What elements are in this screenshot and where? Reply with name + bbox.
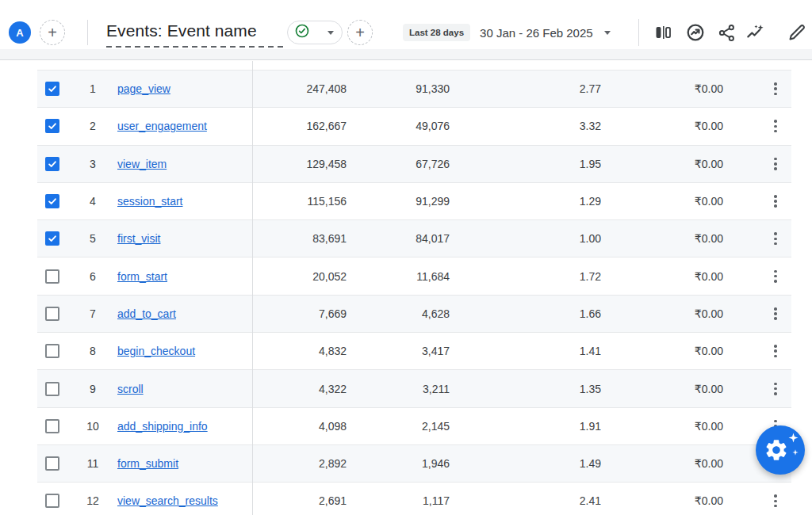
total-revenue-value: ₹0.00 [601,120,723,132]
total-revenue-value: ₹0.00 [601,383,723,395]
events-per-session-value: 1.66 [450,307,601,320]
total-revenue-value: ₹0.00 [601,307,723,320]
total-revenue-value: ₹0.00 [601,420,723,433]
row-checkbox[interactable] [45,269,59,284]
event-count-value: 4,322 [252,383,347,395]
row-menu-kebab-icon[interactable] [769,304,782,323]
event-name-link[interactable]: view_search_results [117,494,218,507]
event-name-link[interactable]: user_engagement [117,120,207,132]
row-index: 4 [77,195,109,208]
table-row: 4session_start115,15691,2991.29₹0.00 [37,182,791,219]
total-revenue-value: ₹0.00 [601,82,723,95]
gear-sparkle-icon [764,437,789,465]
top-app-bar: A + Events: Event name + Last 28 days 30… [0,0,812,49]
event-count-value: 2,892 [252,457,347,470]
add-filter-button[interactable]: + [347,20,373,45]
insights-fab-button[interactable] [756,425,805,475]
events-per-session-value: 2.77 [450,82,601,95]
total-users-value: 1,117 [347,494,450,507]
event-name-link[interactable]: form_start [117,270,167,283]
chevron-down-icon [327,31,334,35]
edit-icon[interactable] [787,22,807,43]
event-name-link[interactable]: add_shipping_info [117,420,208,433]
row-checkbox[interactable] [45,419,59,433]
events-per-session-value: 1.95 [450,158,601,170]
row-menu-kebab-icon[interactable] [769,380,782,399]
event-name-link[interactable]: add_to_cart [117,307,176,320]
report-status-dropdown[interactable] [287,21,343,44]
row-menu-kebab-icon[interactable] [769,192,782,211]
events-per-session-value: 1.91 [450,420,601,433]
event-name-link[interactable]: scroll [117,383,144,395]
row-menu-kebab-icon[interactable] [769,341,782,360]
row-checkbox[interactable] [45,157,59,171]
total-users-value: 84,017 [347,232,450,245]
row-checkbox[interactable] [45,119,59,133]
events-per-session-value: 3.32 [450,120,601,132]
row-menu-kebab-icon[interactable] [769,491,782,510]
event-name-link[interactable]: session_start [117,195,182,208]
frozen-column-divider [252,61,253,515]
events-per-session-value: 2.41 [450,494,601,507]
event-name-link[interactable]: form_submit [117,457,178,470]
event-name-link[interactable]: first_visit [117,232,160,245]
row-index: 11 [77,457,109,470]
add-comparison-button[interactable]: + [40,20,65,45]
table-row: 5first_visit83,69184,0171.00₹0.00 [37,219,791,257]
date-range-picker[interactable]: Last 28 days 30 Jan - 26 Feb 2025 [403,21,611,44]
row-checkbox[interactable] [45,456,59,471]
event-name-link[interactable]: begin_checkout [117,345,195,357]
row-menu-kebab-icon[interactable] [769,79,782,98]
row-checkbox[interactable] [45,82,59,96]
total-revenue-value: ₹0.00 [601,195,723,208]
events-per-session-value: 1.41 [450,345,601,357]
event-count-value: 4,832 [252,345,347,357]
table-body: 1page_view247,40891,3302.77₹0.002user_en… [37,70,791,515]
event-count-value: 129,458 [252,158,347,170]
row-menu-kebab-icon[interactable] [769,116,782,135]
row-checkbox[interactable] [45,494,59,508]
total-users-value: 3,211 [347,383,450,395]
event-count-value: 20,052 [252,270,347,283]
row-checkbox[interactable] [45,307,59,321]
events-per-session-value: 1.49 [450,457,601,470]
row-index: 12 [77,494,109,507]
events-per-session-value: 1.72 [450,270,601,283]
events-per-session-value: 1.35 [450,383,601,395]
total-users-value: 91,299 [347,195,450,208]
events-per-session-value: 1.29 [450,195,601,208]
row-menu-kebab-icon[interactable] [769,267,782,286]
row-menu-kebab-icon[interactable] [769,229,782,248]
total-users-value: 4,628 [347,307,450,320]
table-row: 11form_submit2,8921,9461.49₹0.00 [37,444,791,482]
row-index: 6 [77,270,109,283]
event-name-link[interactable]: page_view [117,82,170,95]
row-checkbox[interactable] [45,231,59,246]
sparkle-icon [788,433,799,445]
event-count-value: 4,098 [252,420,347,433]
insights-sparkle-icon[interactable] [745,22,765,43]
row-checkbox[interactable] [45,194,59,208]
row-index: 3 [77,158,109,170]
row-checkbox[interactable] [45,382,59,396]
row-menu-kebab-icon[interactable] [769,154,782,174]
total-revenue-value: ₹0.00 [601,270,723,283]
table-row: 7add_to_cart7,6694,6281.66₹0.00 [37,295,791,332]
total-revenue-value: ₹0.00 [601,345,723,357]
events-table: 1page_view247,40891,3302.77₹0.002user_en… [37,61,791,515]
table-row: 12view_search_results2,6911,1172.41₹0.00 [37,482,791,515]
share-icon[interactable] [716,22,737,43]
row-index: 2 [77,120,109,132]
comparison-icon[interactable] [653,22,673,43]
total-users-value: 1,946 [347,457,450,470]
table-row: 10add_shipping_info4,0982,1451.91₹0.00 [37,407,791,444]
insights-circle-icon[interactable] [685,22,706,43]
event-name-link[interactable]: view_item [117,158,167,170]
row-checkbox[interactable] [45,344,59,358]
page-title[interactable]: Events: Event name [106,21,257,40]
table-header-cutoff-strip [0,49,812,60]
avatar[interactable]: A [9,21,31,44]
table-row: 8begin_checkout4,8323,4171.41₹0.00 [37,332,791,369]
row-index: 1 [77,82,109,95]
row-index: 7 [77,307,109,320]
